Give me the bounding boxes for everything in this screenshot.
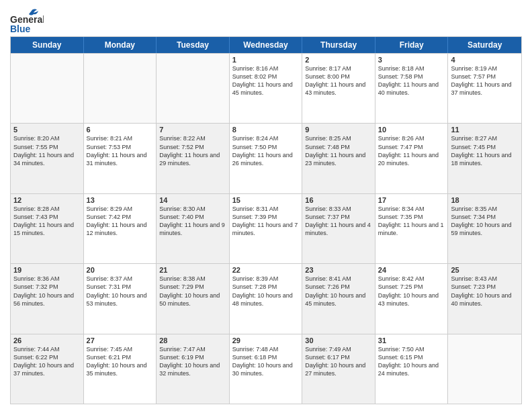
day-number: 24 xyxy=(378,266,445,274)
cell-info: Sunrise: 8:42 AM Sunset: 7:25 PM Dayligh… xyxy=(378,275,445,308)
day-number: 25 xyxy=(451,266,519,274)
cell-info: Sunrise: 7:47 AM Sunset: 6:19 PM Dayligh… xyxy=(159,345,226,378)
logo-svg: GeneralBlue xyxy=(10,7,44,34)
day-number: 12 xyxy=(13,196,81,204)
calendar-cell: 29Sunrise: 7:48 AM Sunset: 6:18 PM Dayli… xyxy=(230,334,303,404)
day-number: 27 xyxy=(87,336,154,345)
day-number: 5 xyxy=(13,126,81,134)
calendar: SundayMondayTuesdayWednesdayThursdayFrid… xyxy=(10,36,522,404)
day-number: 6 xyxy=(87,126,154,134)
calendar-cell: 21Sunrise: 8:38 AM Sunset: 7:29 PM Dayli… xyxy=(157,264,230,333)
day-number: 8 xyxy=(232,126,300,134)
cell-info: Sunrise: 7:48 AM Sunset: 6:18 PM Dayligh… xyxy=(232,345,300,378)
calendar-cell xyxy=(157,54,230,123)
calendar-cell: 11Sunrise: 8:27 AM Sunset: 7:45 PM Dayli… xyxy=(448,124,521,193)
cell-info: Sunrise: 8:18 AM Sunset: 7:58 PM Dayligh… xyxy=(378,64,445,97)
cell-info: Sunrise: 8:36 AM Sunset: 7:32 PM Dayligh… xyxy=(13,275,81,308)
day-number: 20 xyxy=(87,266,154,274)
calendar-cell: 26Sunrise: 7:44 AM Sunset: 6:22 PM Dayli… xyxy=(11,334,84,404)
calendar-row: 12Sunrise: 8:28 AM Sunset: 7:43 PM Dayli… xyxy=(11,193,521,263)
calendar-row: 1Sunrise: 8:16 AM Sunset: 8:02 PM Daylig… xyxy=(11,53,521,123)
day-number: 30 xyxy=(305,336,372,345)
day-number: 29 xyxy=(232,336,300,345)
day-number: 17 xyxy=(378,196,445,204)
day-number: 2 xyxy=(305,56,372,64)
calendar-cell: 3Sunrise: 8:18 AM Sunset: 7:58 PM Daylig… xyxy=(375,54,449,123)
weekday-header: Friday xyxy=(375,37,449,53)
calendar-cell: 22Sunrise: 8:39 AM Sunset: 7:28 PM Dayli… xyxy=(230,264,303,333)
cell-info: Sunrise: 8:33 AM Sunset: 7:37 PM Dayligh… xyxy=(305,205,372,238)
cell-info: Sunrise: 8:28 AM Sunset: 7:43 PM Dayligh… xyxy=(13,205,81,238)
calendar-cell: 14Sunrise: 8:30 AM Sunset: 7:40 PM Dayli… xyxy=(157,194,230,263)
calendar-cell: 8Sunrise: 8:24 AM Sunset: 7:50 PM Daylig… xyxy=(230,124,303,193)
calendar-cell: 24Sunrise: 8:42 AM Sunset: 7:25 PM Dayli… xyxy=(375,264,449,333)
cell-info: Sunrise: 8:17 AM Sunset: 8:00 PM Dayligh… xyxy=(305,64,372,97)
day-number: 19 xyxy=(13,266,81,274)
cell-info: Sunrise: 8:25 AM Sunset: 7:48 PM Dayligh… xyxy=(305,134,372,167)
calendar-cell xyxy=(448,334,521,404)
day-number: 9 xyxy=(305,126,372,134)
weekday-header: Wednesday xyxy=(230,37,303,53)
cell-info: Sunrise: 8:29 AM Sunset: 7:42 PM Dayligh… xyxy=(87,205,154,238)
calendar-cell xyxy=(84,54,157,123)
cell-info: Sunrise: 8:19 AM Sunset: 7:57 PM Dayligh… xyxy=(451,64,519,97)
logo: GeneralBlue xyxy=(10,7,44,34)
day-number: 22 xyxy=(232,266,300,274)
cell-info: Sunrise: 8:20 AM Sunset: 7:55 PM Dayligh… xyxy=(13,134,81,167)
weekday-header: Sunday xyxy=(11,37,84,53)
cell-info: Sunrise: 8:26 AM Sunset: 7:47 PM Dayligh… xyxy=(378,134,445,167)
weekday-header: Thursday xyxy=(302,37,375,53)
calendar-cell xyxy=(11,54,84,123)
day-number: 18 xyxy=(451,196,519,204)
day-number: 11 xyxy=(451,126,519,134)
calendar-cell: 6Sunrise: 8:21 AM Sunset: 7:53 PM Daylig… xyxy=(84,124,157,193)
cell-info: Sunrise: 8:22 AM Sunset: 7:52 PM Dayligh… xyxy=(159,134,226,167)
calendar-cell: 4Sunrise: 8:19 AM Sunset: 7:57 PM Daylig… xyxy=(448,54,521,123)
cell-info: Sunrise: 8:43 AM Sunset: 7:23 PM Dayligh… xyxy=(451,275,519,308)
day-number: 28 xyxy=(159,336,226,345)
calendar-cell: 9Sunrise: 8:25 AM Sunset: 7:48 PM Daylig… xyxy=(302,124,375,193)
day-number: 3 xyxy=(378,56,445,64)
day-number: 4 xyxy=(451,56,519,64)
cell-info: Sunrise: 8:24 AM Sunset: 7:50 PM Dayligh… xyxy=(232,134,300,167)
calendar-cell: 12Sunrise: 8:28 AM Sunset: 7:43 PM Dayli… xyxy=(11,194,84,263)
calendar-row: 5Sunrise: 8:20 AM Sunset: 7:55 PM Daylig… xyxy=(11,123,521,193)
calendar-cell: 30Sunrise: 7:49 AM Sunset: 6:17 PM Dayli… xyxy=(302,334,375,404)
calendar-header: SundayMondayTuesdayWednesdayThursdayFrid… xyxy=(11,37,521,53)
calendar-cell: 25Sunrise: 8:43 AM Sunset: 7:23 PM Dayli… xyxy=(448,264,521,333)
calendar-row: 26Sunrise: 7:44 AM Sunset: 6:22 PM Dayli… xyxy=(11,334,521,404)
calendar-cell: 17Sunrise: 8:34 AM Sunset: 7:35 PM Dayli… xyxy=(375,194,449,263)
calendar-cell: 2Sunrise: 8:17 AM Sunset: 8:00 PM Daylig… xyxy=(302,54,375,123)
weekday-header: Monday xyxy=(84,37,157,53)
day-number: 10 xyxy=(378,126,445,134)
cell-info: Sunrise: 7:45 AM Sunset: 6:21 PM Dayligh… xyxy=(87,345,154,378)
calendar-cell: 13Sunrise: 8:29 AM Sunset: 7:42 PM Dayli… xyxy=(84,194,157,263)
calendar-cell: 19Sunrise: 8:36 AM Sunset: 7:32 PM Dayli… xyxy=(11,264,84,333)
day-number: 26 xyxy=(13,336,81,345)
cell-info: Sunrise: 8:16 AM Sunset: 8:02 PM Dayligh… xyxy=(232,64,300,97)
cell-info: Sunrise: 8:38 AM Sunset: 7:29 PM Dayligh… xyxy=(159,275,226,308)
day-number: 23 xyxy=(305,266,372,274)
calendar-cell: 28Sunrise: 7:47 AM Sunset: 6:19 PM Dayli… xyxy=(157,334,230,404)
calendar-cell: 31Sunrise: 7:50 AM Sunset: 6:15 PM Dayli… xyxy=(375,334,449,404)
calendar-row: 19Sunrise: 8:36 AM Sunset: 7:32 PM Dayli… xyxy=(11,263,521,333)
cell-info: Sunrise: 7:50 AM Sunset: 6:15 PM Dayligh… xyxy=(378,345,445,378)
cell-info: Sunrise: 8:41 AM Sunset: 7:26 PM Dayligh… xyxy=(305,275,372,308)
page: GeneralBlue SundayMondayTuesdayWednesday… xyxy=(0,0,532,411)
cell-info: Sunrise: 8:35 AM Sunset: 7:34 PM Dayligh… xyxy=(451,205,519,238)
calendar-cell: 5Sunrise: 8:20 AM Sunset: 7:55 PM Daylig… xyxy=(11,124,84,193)
weekday-header: Saturday xyxy=(448,37,521,53)
calendar-cell: 20Sunrise: 8:37 AM Sunset: 7:31 PM Dayli… xyxy=(84,264,157,333)
day-number: 15 xyxy=(232,196,300,204)
calendar-body: 1Sunrise: 8:16 AM Sunset: 8:02 PM Daylig… xyxy=(11,53,521,404)
calendar-cell: 23Sunrise: 8:41 AM Sunset: 7:26 PM Dayli… xyxy=(302,264,375,333)
cell-info: Sunrise: 8:27 AM Sunset: 7:45 PM Dayligh… xyxy=(451,134,519,167)
cell-info: Sunrise: 7:49 AM Sunset: 6:17 PM Dayligh… xyxy=(305,345,372,378)
day-number: 21 xyxy=(159,266,226,274)
calendar-cell: 1Sunrise: 8:16 AM Sunset: 8:02 PM Daylig… xyxy=(230,54,303,123)
day-number: 31 xyxy=(378,336,445,345)
weekday-header: Tuesday xyxy=(157,37,230,53)
cell-info: Sunrise: 7:44 AM Sunset: 6:22 PM Dayligh… xyxy=(13,345,81,378)
calendar-cell: 27Sunrise: 7:45 AM Sunset: 6:21 PM Dayli… xyxy=(84,334,157,404)
svg-text:Blue: Blue xyxy=(10,24,31,34)
